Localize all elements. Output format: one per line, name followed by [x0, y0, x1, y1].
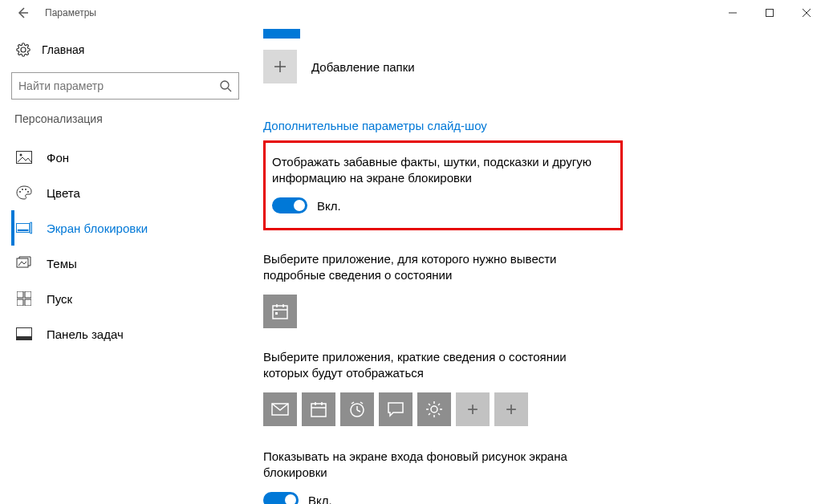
- mail-icon: [271, 403, 289, 416]
- maximize-icon: [766, 9, 774, 17]
- svg-line-37: [357, 410, 360, 412]
- quick-app-messaging[interactable]: [379, 392, 412, 426]
- start-icon: [16, 291, 32, 306]
- svg-rect-14: [18, 230, 29, 231]
- category-label: Персонализация: [14, 112, 241, 125]
- close-button[interactable]: [788, 0, 825, 26]
- fun-facts-highlight: Отображать забавные факты, шутки, подска…: [263, 140, 623, 230]
- quick-apps-text: Выберите приложения, краткие сведения о …: [263, 349, 608, 381]
- calendar-icon: [310, 400, 327, 418]
- svg-line-48: [429, 413, 430, 415]
- nav-item-colors[interactable]: Цвета: [11, 175, 241, 210]
- add-folder-tile[interactable]: [263, 50, 297, 83]
- themes-icon: [16, 256, 32, 270]
- detailed-app-tile[interactable]: [263, 295, 297, 328]
- nav-item-lockscreen[interactable]: Экран блокировки: [11, 210, 241, 246]
- taskbar-icon: [16, 327, 32, 340]
- quick-app-alarm[interactable]: [340, 392, 374, 426]
- svg-line-46: [438, 413, 440, 415]
- minimize-button[interactable]: [714, 0, 751, 26]
- palette-icon: [16, 185, 32, 200]
- back-button[interactable]: [6, 0, 39, 26]
- quick-app-calendar[interactable]: [302, 392, 335, 426]
- nav-label: Цвета: [47, 186, 80, 200]
- svg-rect-20: [25, 299, 31, 306]
- advanced-slideshow-link[interactable]: Дополнительные параметры слайд-шоу: [263, 119, 487, 132]
- fun-facts-toggle[interactable]: [272, 197, 307, 213]
- nav-label: Панель задач: [47, 327, 124, 341]
- svg-rect-29: [275, 312, 278, 315]
- arrow-left-icon: [16, 6, 29, 19]
- calendar-icon: [271, 303, 289, 320]
- svg-point-5: [221, 81, 229, 89]
- maximize-button[interactable]: [751, 0, 788, 26]
- nav-item-background[interactable]: Фон: [11, 140, 241, 175]
- window-title: Параметры: [45, 7, 96, 18]
- sun-icon: [425, 400, 443, 418]
- signin-bg-toggle[interactable]: [263, 492, 299, 504]
- svg-rect-19: [17, 299, 23, 306]
- add-folder-row[interactable]: Добавление папки: [263, 50, 793, 83]
- nav-label: Экран блокировки: [47, 222, 148, 235]
- svg-line-6: [228, 88, 231, 91]
- search-icon: [219, 79, 232, 92]
- nav-label: Фон: [47, 151, 69, 165]
- svg-rect-15: [30, 222, 32, 234]
- home-label: Главная: [42, 43, 84, 56]
- quick-app-add-2[interactable]: +: [494, 392, 528, 426]
- gear-icon: [16, 43, 30, 57]
- picture-icon: [16, 151, 32, 164]
- signin-bg-text: Показывать на экране входа фоновый рисун…: [263, 449, 608, 481]
- nav-label: Пуск: [47, 292, 72, 306]
- svg-point-9: [19, 191, 21, 193]
- svg-point-8: [20, 154, 22, 156]
- quick-app-mail[interactable]: [263, 392, 297, 426]
- svg-line-38: [352, 402, 354, 404]
- nav-item-themes[interactable]: Темы: [11, 246, 241, 281]
- svg-rect-31: [311, 404, 326, 417]
- nav-item-taskbar[interactable]: Панель задач: [11, 316, 241, 352]
- nav-item-start[interactable]: Пуск: [11, 281, 241, 316]
- home-button[interactable]: Главная: [11, 34, 241, 66]
- window-controls: [714, 0, 825, 26]
- add-folder-label: Добавление папки: [311, 60, 415, 74]
- svg-point-40: [431, 406, 437, 413]
- nav-label: Темы: [47, 257, 77, 270]
- detailed-app-text: Выберите приложение, для которого нужно …: [263, 251, 608, 283]
- plus-icon: [273, 59, 287, 74]
- signin-bg-state: Вкл.: [308, 494, 332, 505]
- content-area: Добавление папки Дополнительные параметр…: [241, 26, 825, 504]
- svg-rect-25: [273, 306, 287, 319]
- svg-line-47: [438, 404, 440, 405]
- minimize-icon: [729, 9, 737, 17]
- chat-icon: [387, 401, 404, 417]
- sidebar: Главная Персонализация Фон Цвета Экран б…: [0, 26, 241, 504]
- fun-facts-text: Отображать забавные факты, шутки, подска…: [272, 154, 604, 186]
- close-icon: [803, 9, 811, 17]
- fun-facts-state: Вкл.: [317, 199, 341, 213]
- svg-line-39: [360, 402, 363, 404]
- svg-rect-22: [17, 336, 32, 340]
- quick-app-add-1[interactable]: +: [456, 392, 490, 426]
- svg-rect-2: [766, 10, 774, 17]
- titlebar: Параметры: [0, 0, 825, 26]
- svg-point-11: [25, 189, 26, 190]
- svg-line-45: [429, 404, 430, 405]
- search-box[interactable]: [11, 72, 239, 100]
- lockscreen-icon: [16, 222, 32, 234]
- album-thumbnail[interactable]: [263, 29, 300, 39]
- search-input[interactable]: [18, 79, 219, 92]
- svg-point-12: [27, 191, 29, 193]
- svg-rect-17: [17, 291, 23, 298]
- svg-point-10: [22, 189, 23, 190]
- svg-rect-18: [25, 291, 31, 298]
- clock-icon: [348, 400, 366, 418]
- quick-app-weather[interactable]: [417, 392, 451, 426]
